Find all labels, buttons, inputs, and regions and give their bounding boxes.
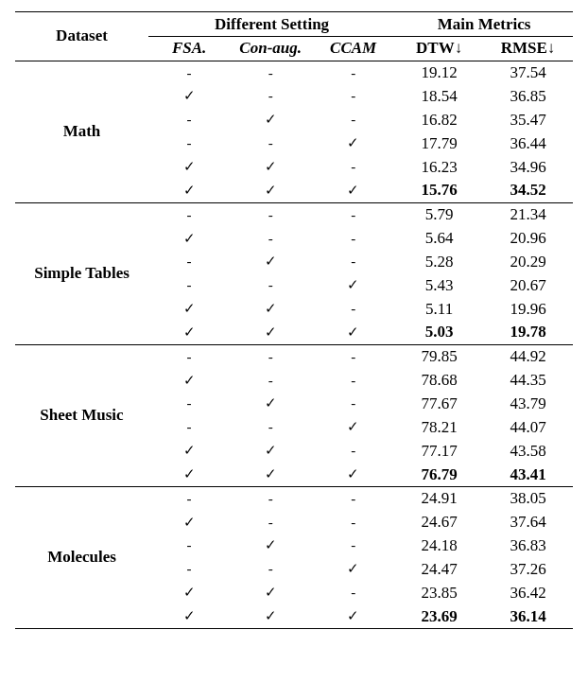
cell-conaug: -: [230, 511, 311, 534]
cell-fsa: ✓: [148, 604, 230, 628]
col-group-metrics: Main Metrics: [395, 12, 573, 37]
cell-ccam: ✓: [311, 415, 395, 439]
cell-fsa: ✓: [148, 463, 230, 486]
cell-rmse: 34.52: [483, 179, 573, 202]
cell-conaug: ✓: [230, 250, 311, 273]
cell-conaug: ✓: [230, 321, 311, 344]
table-body: Math---19.1237.54✓--18.5436.85-✓-16.8235…: [15, 61, 573, 628]
cell-fsa: ✓: [148, 179, 230, 202]
cell-dtw: 24.47: [395, 557, 483, 581]
cell-fsa: -: [148, 273, 230, 297]
cell-ccam: ✓: [311, 463, 395, 486]
cell-ccam: ✓: [311, 131, 395, 155]
cell-dtw: 76.79: [395, 463, 483, 486]
cell-rmse: 20.29: [483, 250, 573, 273]
cell-ccam: -: [311, 202, 395, 226]
cell-fsa: -: [148, 108, 230, 131]
cell-rmse: 44.07: [483, 415, 573, 439]
dataset-name: Math: [15, 61, 148, 202]
cell-conaug: -: [230, 61, 311, 84]
cell-rmse: 36.42: [483, 581, 573, 604]
cell-fsa: -: [148, 415, 230, 439]
cell-fsa: ✓: [148, 297, 230, 321]
cell-dtw: 16.82: [395, 108, 483, 131]
cell-fsa: -: [148, 131, 230, 155]
cell-dtw: 24.18: [395, 534, 483, 558]
cell-conaug: -: [230, 131, 311, 155]
cell-ccam: -: [311, 581, 395, 604]
cell-fsa: ✓: [148, 85, 230, 109]
cell-fsa: ✓: [148, 227, 230, 251]
col-group-settings: Different Setting: [148, 12, 395, 37]
cell-rmse: 36.83: [483, 534, 573, 558]
cell-conaug: ✓: [230, 581, 311, 604]
cell-ccam: -: [311, 486, 395, 510]
table-row: Sheet Music---79.8544.92: [15, 344, 573, 368]
cell-fsa: ✓: [148, 369, 230, 393]
cell-rmse: 20.67: [483, 273, 573, 297]
cell-conaug: ✓: [230, 297, 311, 321]
cell-conaug: -: [230, 85, 311, 109]
col-dataset: Dataset: [15, 12, 148, 61]
cell-conaug: -: [230, 415, 311, 439]
cell-rmse: 38.05: [483, 486, 573, 510]
table-row: Molecules---24.9138.05: [15, 486, 573, 510]
col-ccam: CCAM: [311, 36, 395, 61]
col-fsa: FSA.: [148, 36, 230, 61]
cell-rmse: 43.58: [483, 439, 573, 463]
cell-conaug: ✓: [230, 604, 311, 628]
cell-dtw: 5.28: [395, 250, 483, 273]
cell-ccam: -: [311, 108, 395, 131]
table-row: Simple Tables---5.7921.34: [15, 202, 573, 226]
cell-rmse: 37.26: [483, 557, 573, 581]
cell-conaug: -: [230, 344, 311, 368]
cell-rmse: 20.96: [483, 227, 573, 251]
cell-dtw: 24.91: [395, 486, 483, 510]
cell-rmse: 34.96: [483, 155, 573, 179]
cell-dtw: 5.03: [395, 321, 483, 344]
cell-dtw: 24.67: [395, 511, 483, 534]
cell-conaug: -: [230, 273, 311, 297]
dataset-name: Simple Tables: [15, 202, 148, 344]
cell-rmse: 36.14: [483, 604, 573, 628]
cell-dtw: 15.76: [395, 179, 483, 202]
cell-fsa: -: [148, 202, 230, 226]
cell-ccam: -: [311, 439, 395, 463]
cell-conaug: ✓: [230, 439, 311, 463]
dataset-name: Molecules: [15, 486, 148, 628]
cell-dtw: 19.12: [395, 61, 483, 84]
cell-ccam: -: [311, 85, 395, 109]
cell-rmse: 43.41: [483, 463, 573, 486]
cell-conaug: ✓: [230, 463, 311, 486]
cell-conaug: ✓: [230, 179, 311, 202]
cell-ccam: -: [311, 534, 395, 558]
table-row: Math---19.1237.54: [15, 61, 573, 84]
cell-rmse: 19.78: [483, 321, 573, 344]
cell-ccam: -: [311, 393, 395, 416]
cell-rmse: 44.92: [483, 344, 573, 368]
cell-conaug: -: [230, 486, 311, 510]
cell-rmse: 21.34: [483, 202, 573, 226]
cell-fsa: -: [148, 61, 230, 84]
cell-dtw: 5.43: [395, 273, 483, 297]
col-dtw: DTW↓: [395, 36, 483, 61]
cell-rmse: 44.35: [483, 369, 573, 393]
cell-conaug: ✓: [230, 393, 311, 416]
cell-fsa: ✓: [148, 511, 230, 534]
cell-dtw: 78.68: [395, 369, 483, 393]
cell-dtw: 23.69: [395, 604, 483, 628]
cell-ccam: -: [311, 511, 395, 534]
cell-ccam: -: [311, 369, 395, 393]
cell-conaug: ✓: [230, 155, 311, 179]
col-rmse: RMSE↓: [483, 36, 573, 61]
cell-dtw: 16.23: [395, 155, 483, 179]
col-conaug: Con-aug.: [230, 36, 311, 61]
cell-ccam: -: [311, 297, 395, 321]
cell-dtw: 5.11: [395, 297, 483, 321]
cell-ccam: ✓: [311, 321, 395, 344]
cell-ccam: -: [311, 250, 395, 273]
cell-ccam: ✓: [311, 273, 395, 297]
cell-ccam: -: [311, 61, 395, 84]
cell-dtw: 23.85: [395, 581, 483, 604]
cell-rmse: 36.85: [483, 85, 573, 109]
